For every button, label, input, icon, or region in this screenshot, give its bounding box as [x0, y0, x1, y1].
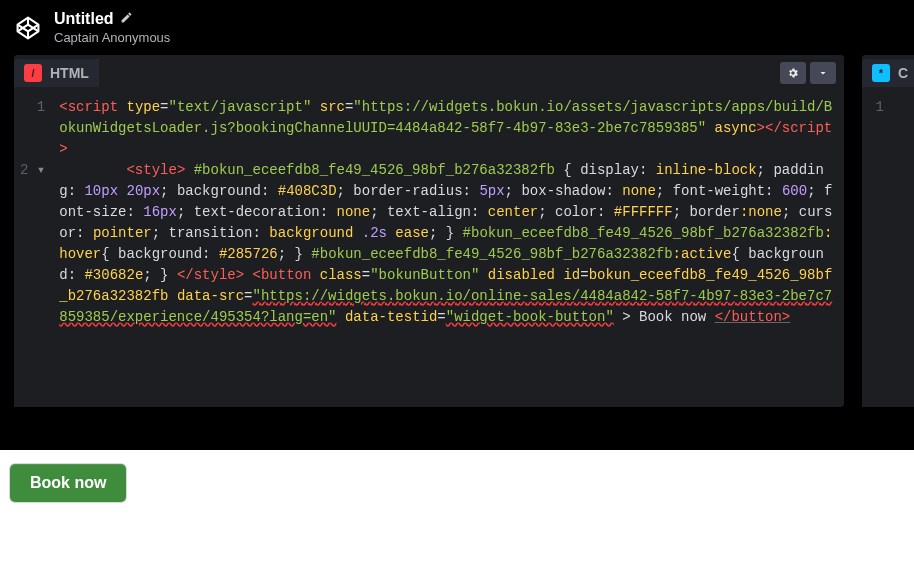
line-number[interactable]: 2 ▾ — [20, 160, 45, 181]
panel-title-html: HTML — [50, 65, 89, 81]
book-now-button[interactable]: Book now — [10, 464, 126, 502]
pen-author: Captain Anonymous — [54, 30, 170, 45]
output-preview: Book now — [0, 450, 914, 567]
panel-header-html: / HTML — [14, 55, 844, 91]
html-icon: / — [24, 64, 42, 82]
panel-title-c: C — [898, 65, 908, 81]
panel-settings-button[interactable] — [780, 62, 806, 84]
panel-actions — [780, 62, 836, 84]
line-number — [20, 139, 45, 160]
app-header: Untitled Captain Anonymous — [0, 0, 914, 55]
panel-title-group-html[interactable]: / HTML — [14, 59, 99, 87]
line-gutter-c: 1 — [862, 91, 892, 407]
panel-html: / HTML 1 2 ▾ <script type="text/javascri… — [14, 55, 844, 407]
line-number: 1 — [20, 97, 45, 118]
panel-collapse-button[interactable] — [810, 62, 836, 84]
codepen-logo[interactable] — [14, 14, 42, 42]
editor-panels: / HTML 1 2 ▾ <script type="text/javascri… — [0, 55, 914, 407]
line-number — [20, 118, 45, 139]
c-icon: * — [872, 64, 890, 82]
pen-title: Untitled — [54, 10, 114, 28]
panel-header-c: * C — [862, 55, 914, 91]
title-block: Untitled Captain Anonymous — [54, 10, 170, 45]
code-editor-c[interactable]: 1 — [862, 91, 914, 407]
line-number: 1 — [868, 97, 884, 118]
panel-title-group-c[interactable]: * C — [862, 59, 914, 87]
code-content[interactable]: <script type="text/javascript" src="http… — [53, 91, 844, 407]
code-editor[interactable]: 1 2 ▾ <script type="text/javascript" src… — [14, 91, 844, 407]
panel-c: * C 1 — [862, 55, 914, 407]
edit-title-icon[interactable] — [120, 10, 133, 28]
line-gutter: 1 2 ▾ — [14, 91, 53, 407]
